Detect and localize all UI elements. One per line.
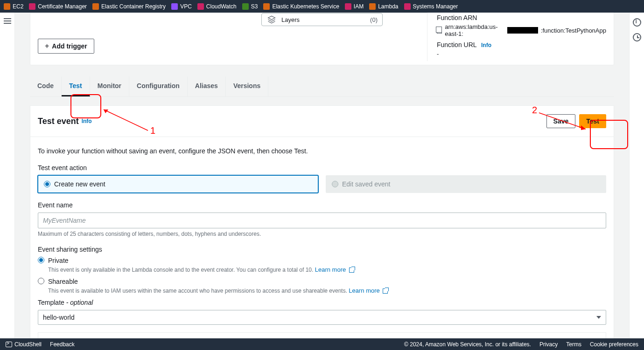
event-name-input[interactable] <box>38 213 606 228</box>
url-label: Function URL Info <box>437 41 606 48</box>
layers-label: Layers <box>281 16 365 23</box>
tab-monitor[interactable]: Monitor <box>90 76 129 96</box>
test-event-info-link[interactable]: Info <box>82 118 92 124</box>
terms-link[interactable]: Terms <box>566 341 581 348</box>
function-designer-card: + Add trigger Layers (0) + Add destinati… <box>30 13 614 65</box>
svc-cert-mgr[interactable]: Certificate Manager <box>29 3 87 10</box>
event-json-card: Event JSON Format JSON <box>38 332 606 338</box>
sharing-shareable-option[interactable]: Shareable <box>38 278 606 285</box>
test-event-title: Test event <box>38 117 79 126</box>
tab-test[interactable]: Test <box>62 76 90 96</box>
tab-aliases[interactable]: Aliases <box>188 76 226 96</box>
test-description: To invoke your function without saving a… <box>38 147 606 155</box>
test-action-label: Test event action <box>38 164 606 172</box>
copyright: © 2024, Amazon Web Services, Inc. or its… <box>404 341 531 348</box>
cloudshell-button[interactable]: CloudShell <box>6 341 42 348</box>
edit-saved-event-option: Edit saved event <box>326 175 606 193</box>
layers-icon <box>266 15 277 24</box>
cookie-prefs-link[interactable]: Cookie preferences <box>590 341 638 348</box>
arn-label: Function ARN <box>437 14 606 21</box>
url-value: - <box>437 50 606 57</box>
learn-more-shareable-link[interactable]: Learn more <box>349 287 388 294</box>
svc-eks[interactable]: Elastic Kubernetes Service <box>263 3 339 10</box>
private-desc: This event is only available in the Lamb… <box>48 266 606 273</box>
create-new-event-option[interactable]: Create new event <box>38 175 318 193</box>
svc-vpc[interactable]: VPC <box>171 3 192 10</box>
event-name-label: Event name <box>38 201 606 209</box>
radio-off-icon <box>332 181 338 187</box>
annotation-number-2: 2 <box>532 105 537 116</box>
function-tabs: Code Test Monitor Configuration Aliases … <box>30 76 614 97</box>
copy-icon[interactable] <box>437 27 442 34</box>
layers-count: (0) <box>370 16 378 23</box>
right-rail <box>629 13 644 338</box>
sharing-private-option[interactable]: Private <box>38 257 606 264</box>
menu-toggle-icon[interactable] <box>4 18 11 24</box>
add-trigger-button[interactable]: + Add trigger <box>38 39 94 54</box>
learn-more-private-link[interactable]: Learn more <box>315 266 354 273</box>
radio-off-icon <box>38 278 44 284</box>
shareable-desc: This event is available to IAM users wit… <box>48 287 606 294</box>
annotation-number-1: 1 <box>150 125 155 136</box>
privacy-link[interactable]: Privacy <box>539 341 558 348</box>
redacted-account <box>507 27 538 34</box>
function-info-panel: Function ARN arn:aws:lambda:us-east-1::f… <box>427 13 614 61</box>
svc-ecr[interactable]: Elastic Container Registry <box>92 3 166 10</box>
arn-value: arn:aws:lambda:us-east-1::function:TestP… <box>437 23 606 37</box>
tab-versions[interactable]: Versions <box>226 76 268 96</box>
feedback-link[interactable]: Feedback <box>50 341 75 348</box>
radio-on-icon <box>44 181 50 187</box>
radio-on-icon <box>38 257 44 263</box>
main-content: + Add trigger Layers (0) + Add destinati… <box>15 13 629 338</box>
layers-box[interactable]: Layers (0) <box>261 13 383 26</box>
tab-configuration[interactable]: Configuration <box>129 76 188 96</box>
template-label: Template - optional <box>38 299 606 306</box>
external-link-icon <box>383 288 388 294</box>
test-event-panel: Test event Info Save Test To invoke your… <box>30 105 614 338</box>
save-button[interactable]: Save <box>546 114 576 128</box>
template-select[interactable]: hello-world <box>38 310 606 325</box>
plus-icon: + <box>45 42 49 50</box>
svc-iam[interactable]: IAM <box>345 3 364 10</box>
svc-cloudwatch[interactable]: CloudWatch <box>197 3 237 10</box>
info-panel-icon[interactable] <box>633 18 641 27</box>
left-rail <box>0 13 15 338</box>
history-icon[interactable] <box>633 33 641 41</box>
svc-s3[interactable]: S3 <box>242 3 258 10</box>
sharing-label: Event sharing settings <box>38 246 606 253</box>
url-info-link[interactable]: Info <box>481 42 491 48</box>
svc-ssm[interactable]: Systems Manager <box>404 3 458 10</box>
tab-code[interactable]: Code <box>30 76 62 96</box>
svc-ec2[interactable]: EC2 <box>4 3 23 10</box>
svc-lambda[interactable]: Lambda <box>369 3 398 10</box>
test-button[interactable]: Test <box>579 114 606 128</box>
external-link-icon <box>349 268 354 273</box>
event-name-helper: Maximum of 25 characters consisting of l… <box>38 231 606 237</box>
bottom-bar: CloudShell Feedback © 2024, Amazon Web S… <box>0 338 644 350</box>
chevron-down-icon <box>596 316 601 319</box>
cloudshell-icon <box>6 342 12 347</box>
service-bar: EC2 Certificate Manager Elastic Containe… <box>0 0 644 13</box>
